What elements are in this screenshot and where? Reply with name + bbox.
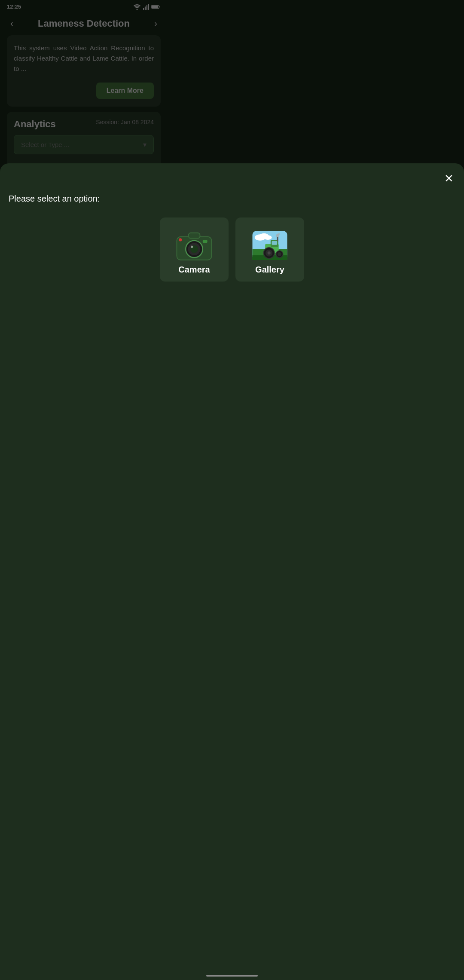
modal-options: Camera bbox=[9, 217, 168, 282]
modal-overlay: ✕ Please select an option: bbox=[0, 0, 168, 352]
modal-close-row: ✕ bbox=[9, 170, 168, 187]
camera-option[interactable]: Camera bbox=[160, 217, 168, 282]
modal-bottom-sheet: ✕ Please select an option: bbox=[0, 163, 168, 352]
modal-backdrop-top bbox=[0, 0, 168, 163]
modal-prompt-text: Please select an option: bbox=[9, 194, 168, 204]
